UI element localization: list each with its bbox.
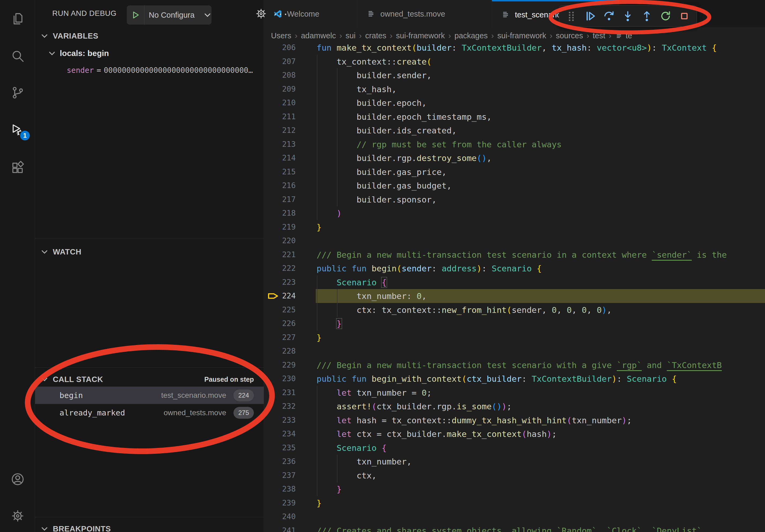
code-line: 230public fun begin_with_context(ctx_bui… [264,372,765,386]
line-number: 209 [264,82,296,96]
activity-item-settings[interactable] [10,509,25,523]
move-file-icon [367,9,376,19]
chevron-down-icon [40,248,49,256]
call-stack-frame-already_marked[interactable]: already_marked owned_tests.move 275 [35,404,264,421]
restart-button[interactable] [659,9,672,23]
start-debug-button[interactable] [127,5,145,25]
activity-item-explorer[interactable] [10,12,25,26]
frame-function: begin [60,391,83,400]
section-divider [35,368,264,368]
drag-grip-button[interactable] [564,9,578,23]
code-line: 220 [264,234,765,248]
call-stack-frame-begin[interactable]: begin test_scenario.move 224 [35,387,264,404]
code-text: ) [317,206,342,220]
activity-item-account[interactable] [10,472,25,486]
call-stack-section-header[interactable]: CALL STACK Paused on step [35,371,264,387]
code-text: fun make_tx_context(builder: TxContextBu… [317,43,717,55]
breadcrumb-item[interactable]: crates [365,31,386,40]
breadcrumb-item[interactable]: sui-framework [396,31,445,40]
breadcrumb-item[interactable]: Users [271,31,291,40]
code-text: ctx, [317,468,377,482]
step-over-button[interactable] [602,9,616,23]
line-number: 238 [264,482,296,496]
breadcrumb-item[interactable]: sui [346,31,356,40]
breadcrumb-item[interactable]: adamwelc [301,31,336,40]
breadcrumb-item[interactable]: sources [556,31,583,40]
activity-item-run-and-debug[interactable]: 1 [10,123,25,137]
line-number: 226 [264,317,296,331]
code-text: txn_number: 0, [317,289,427,303]
line-number: 210 [264,96,296,110]
line-number: 216 [264,179,296,193]
code-line: 241/// Creates and shares system objects… [264,524,765,532]
code-text: /// Creates and shares system objects, a… [317,524,702,532]
paused-status: Paused on step [204,376,254,383]
debug-settings-gear-icon[interactable] [255,8,267,20]
step-out-button[interactable] [640,9,654,23]
line-number: 227 [264,331,296,345]
code-line: 229/// Begin a new multi-transaction tes… [264,358,765,372]
code-line: 216 builder.gas_budget, [264,179,765,193]
activity-item-extensions[interactable] [10,160,25,175]
code-line: 240 [264,510,765,524]
code-line: 238 } [264,482,765,496]
breadcrumb-item[interactable]: sui-framework [497,31,546,40]
more-actions-button[interactable]: ··· [273,6,289,21]
equals-sign: = [97,66,101,75]
step-into-button[interactable] [621,9,635,23]
frame-file: test_scenario.move [161,391,226,400]
breadcrumb-item[interactable]: packages [454,31,487,40]
breadcrumb-file[interactable]: te [626,31,632,40]
line-number: 230 [264,372,296,386]
chevron-down-icon [48,49,56,57]
code-line: 237 ctx, [264,468,765,482]
code-line: 211 builder.epoch_timestamp_ms, [264,110,765,124]
variable-value: 00000000000000000000000000000000… [104,66,253,75]
activity-item-source-control[interactable] [10,86,25,100]
editor-group: Welcome owned_tests.move test_scenario.m… [264,0,765,532]
stop-button[interactable] [677,9,691,23]
debug-toolbar [559,5,697,27]
breadcrumb: Users›adamwelc›sui›crates›sui-framework›… [271,28,632,43]
chevron-down-icon [204,11,212,19]
section-divider [35,517,264,517]
line-number: 241 [264,524,296,532]
code-text: } [317,482,342,496]
line-number: 220 [264,234,296,248]
code-text: txn_number, [317,454,412,468]
code-line: 224 txn_number: 0, [264,289,765,303]
line-number: 215 [264,165,296,179]
line-number: 235 [264,441,296,455]
stop-icon [678,10,690,22]
play-icon [131,10,140,20]
gear-icon [10,509,25,523]
vscode-window: 1 RUN AND DEBUG No Configura ··· VARIABL… [0,0,765,532]
code-text: let txn_number = 0; [317,386,431,400]
move-file-icon [501,10,510,19]
code-line: 214 builder.rgp.destroy_some(), [264,151,765,165]
tab-owned-tests-move[interactable]: owned_tests.move [357,0,492,28]
run-config-dropdown[interactable]: No Configura [127,5,212,25]
variable-row-sender[interactable]: sender = 0000000000000000000000000000000… [35,62,264,79]
code-text: builder.rgp.destroy_some(), [317,151,491,165]
code-text: tx_context::create( [317,55,431,69]
code-text: // rgp must be set from the caller alway… [317,137,562,151]
code-text: } [317,317,342,331]
activity-item-search[interactable] [10,49,25,63]
section-divider [35,238,264,238]
code-line: 233 let hash = tx_context::dummy_tx_hash… [264,413,765,427]
code-text: let hash = tx_context::dummy_tx_hash_wit… [317,413,632,427]
line-number: 213 [264,137,296,151]
variables-section-header[interactable]: VARIABLES [35,28,264,44]
line-number: 236 [264,454,296,468]
locals-scope-row[interactable]: locals: begin [35,45,264,62]
code-area[interactable]: 206fun make_tx_context(builder: TxContex… [264,43,765,532]
continue-button[interactable] [583,9,597,23]
line-number: 228 [264,344,296,358]
breadcrumb-item[interactable]: test [593,31,605,40]
breadcrumb-separator: › [339,31,342,40]
breakpoints-section-header[interactable]: BREAKPOINTS [35,521,264,532]
breadcrumb-separator: › [586,31,589,40]
sidebar-title: RUN AND DEBUG [52,0,117,27]
watch-section-header[interactable]: WATCH [35,244,264,260]
